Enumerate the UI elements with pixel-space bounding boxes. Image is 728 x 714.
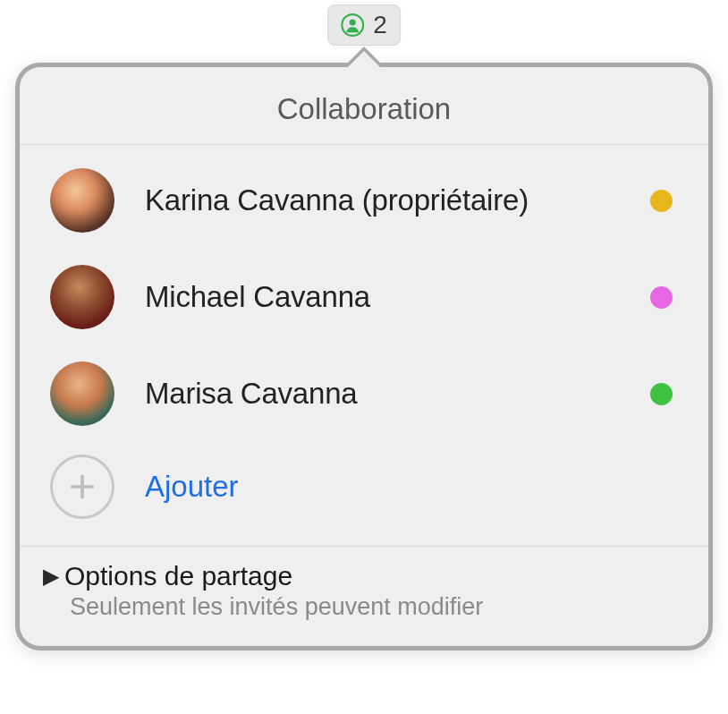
person-row[interactable]: Michael Cavanna (43, 249, 685, 345)
share-options-title: Options de partage (64, 561, 292, 591)
person-name: Marisa Cavanna (145, 377, 620, 411)
chevron-right-icon: ▶ (43, 565, 59, 587)
svg-point-1 (350, 19, 356, 25)
popover-title: Collaboration (20, 67, 708, 145)
person-row[interactable]: Marisa Cavanna (43, 345, 685, 442)
avatar (50, 168, 114, 233)
collaboration-badge-button[interactable]: 2 (327, 4, 401, 46)
person-name: Karina Cavanna (propriétaire) (145, 183, 620, 217)
share-options-header: ▶ Options de partage (43, 561, 685, 591)
person-row-owner[interactable]: Karina Cavanna (propriétaire) (43, 152, 685, 249)
people-list: Karina Cavanna (propriétaire) Michael Ca… (20, 145, 708, 546)
share-options-subtitle: Seulement les invités peuvent modifier (70, 593, 685, 621)
avatar (50, 361, 114, 426)
popover-panel: Collaboration Karina Cavanna (propriétai… (15, 63, 713, 650)
collaboration-popover: Collaboration Karina Cavanna (propriétai… (15, 47, 713, 650)
plus-icon (50, 455, 114, 519)
person-name: Michael Cavanna (145, 280, 620, 314)
person-icon (341, 13, 364, 37)
share-options-toggle[interactable]: ▶ Options de partage Seulement les invit… (20, 546, 708, 646)
presence-dot (650, 190, 673, 212)
collaboration-count: 2 (373, 11, 387, 39)
avatar (50, 265, 114, 329)
presence-dot (650, 286, 673, 309)
add-person-label: Ajouter (145, 470, 239, 504)
presence-dot (650, 383, 673, 405)
popover-caret-inner (348, 51, 380, 67)
add-person-button[interactable]: Ajouter (43, 442, 685, 539)
